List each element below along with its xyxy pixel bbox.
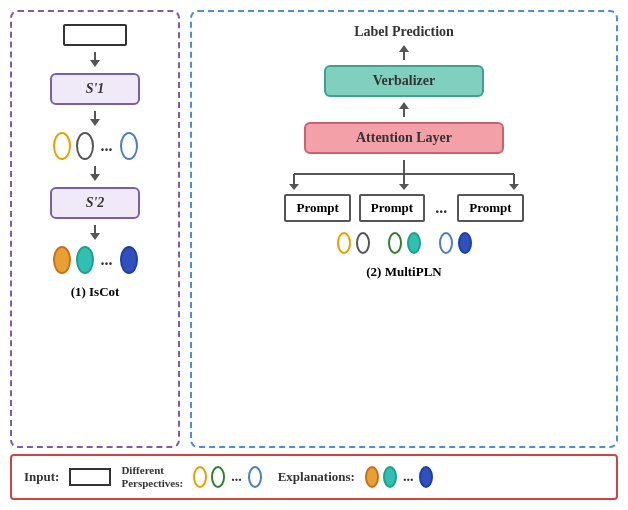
prompt-box-1: Prompt [284, 194, 350, 222]
token-row-1: ... [53, 132, 138, 160]
legend-oval-blue [248, 466, 262, 488]
right-tokens-1 [337, 232, 370, 254]
oval-darkblue-1 [120, 246, 138, 274]
arrow-down-1 [90, 52, 100, 67]
arrow-down-3 [90, 166, 100, 181]
oval-blue-1 [120, 132, 138, 160]
legend-oval-yellow [193, 466, 207, 488]
label-prediction-text: Label Prediction [354, 24, 454, 40]
panel-left-iscot: S'1 ... S'2 ... (1) IsCot [10, 10, 180, 448]
oval-white-1 [76, 132, 94, 160]
panel-label-left: (1) IsCot [71, 284, 120, 300]
oval-sm-g1 [388, 232, 402, 254]
legend-explanations-ovals: ... [365, 466, 434, 488]
right-tokens-3 [439, 232, 472, 254]
oval-sm-t1 [407, 232, 421, 254]
token-row-2: ... [53, 246, 138, 274]
dots-1: ... [101, 137, 113, 155]
legend-perspectives-ovals: ... [193, 466, 262, 488]
branch-svg [254, 160, 554, 188]
legend-oval-dblue [419, 466, 433, 488]
svg-marker-5 [399, 184, 409, 190]
oval-sm-bl1 [439, 232, 453, 254]
prompt-row: Prompt Prompt ... Prompt [202, 194, 606, 222]
svg-marker-3 [289, 184, 299, 190]
arrow-down-4 [90, 225, 100, 240]
oval-sm-y1 [337, 232, 351, 254]
prompt-box-3: Prompt [457, 194, 523, 222]
legend-oval-green [211, 466, 225, 488]
s1-box: S'1 [50, 73, 140, 105]
legend-perspectives-label: DifferentPerspectives: [121, 464, 183, 490]
right-panel-top: Label Prediction Verbalizer Attention La… [202, 24, 606, 154]
oval-orange-1 [53, 246, 71, 274]
legend-oval-orange [365, 466, 379, 488]
right-tokens-2 [388, 232, 421, 254]
oval-teal-1 [76, 246, 94, 274]
oval-sm-db1 [458, 232, 472, 254]
legend-dots-1: ... [231, 469, 242, 485]
input-rect-left [63, 24, 127, 46]
svg-marker-7 [509, 184, 519, 190]
verbalizer-box: Verbalizer [324, 65, 484, 97]
main-content: S'1 ... S'2 ... (1) IsCot Label Predicti [10, 10, 618, 448]
arrow-down-2 [90, 111, 100, 126]
dots-2: ... [101, 251, 113, 269]
legend: Input: DifferentPerspectives: ... Explan… [10, 454, 618, 500]
legend-explanations-label: Explanations: [278, 469, 355, 485]
legend-input-rect [69, 468, 111, 486]
legend-perspectives-section: DifferentPerspectives: [121, 464, 183, 490]
oval-sm-w1 [356, 232, 370, 254]
panel-label-right: (2) MultiPLN [366, 264, 441, 280]
arrow-up-2 [399, 102, 409, 117]
legend-oval-teal [383, 466, 397, 488]
panel-right-multipln: Label Prediction Verbalizer Attention La… [190, 10, 618, 448]
s2-box: S'2 [50, 187, 140, 219]
right-token-rows [202, 232, 606, 254]
legend-dots-2: ... [403, 469, 414, 485]
legend-input-label: Input: [24, 469, 59, 485]
arrow-up-1 [399, 45, 409, 60]
prompt-box-2: Prompt [359, 194, 425, 222]
attention-box: Attention Layer [304, 122, 504, 154]
oval-yellow-1 [53, 132, 71, 160]
dots-right: ... [435, 199, 447, 217]
